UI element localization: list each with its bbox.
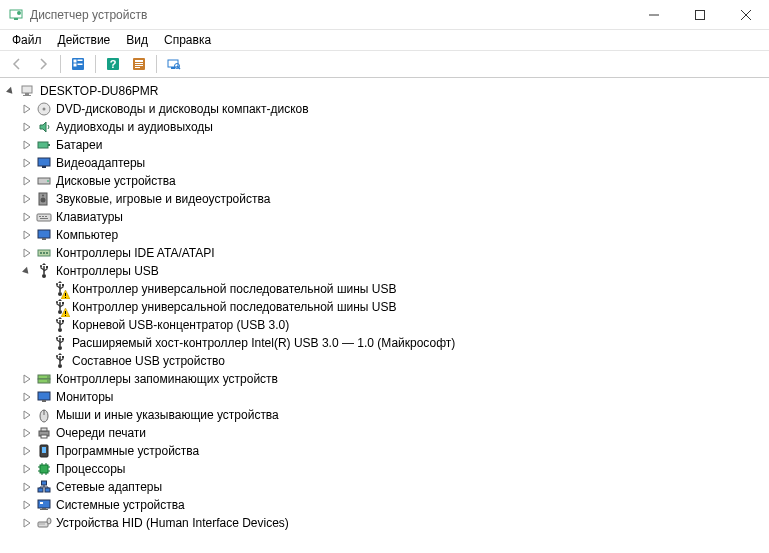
- tree-category-label: Аудиовходы и аудиовыходы: [56, 118, 213, 136]
- svg-rect-23: [25, 93, 29, 95]
- svg-rect-56: [65, 293, 66, 296]
- tree-category-label: Контроллеры IDE ATA/ATAPI: [56, 244, 215, 262]
- expand-icon[interactable]: [20, 228, 34, 242]
- monitor-icon: [36, 389, 52, 405]
- tree-category-label: Системные устройства: [56, 496, 185, 514]
- expand-icon[interactable]: [20, 390, 34, 404]
- monitor-icon: [36, 227, 52, 243]
- expand-icon[interactable]: [20, 480, 34, 494]
- expand-icon[interactable]: [20, 192, 34, 206]
- tree-category-disk[interactable]: Дисковые устройства: [2, 172, 767, 190]
- svg-rect-99: [38, 488, 43, 492]
- svg-rect-68: [62, 320, 64, 322]
- svg-rect-44: [40, 252, 42, 254]
- toolbar-separator: [95, 55, 96, 73]
- expand-icon[interactable]: [20, 174, 34, 188]
- expand-icon[interactable]: [20, 120, 34, 134]
- tree-category-keyboard[interactable]: Клавиатуры: [2, 208, 767, 226]
- expand-icon[interactable]: [20, 156, 34, 170]
- tree-category-label: Программные устройства: [56, 442, 199, 460]
- tree-device[interactable]: Составное USB устройство: [2, 352, 767, 370]
- tree-device[interactable]: Расширяемый хост-контроллер Intel(R) USB…: [2, 334, 767, 352]
- speaker-icon: [36, 191, 52, 207]
- usb-icon: [52, 281, 68, 297]
- expand-icon[interactable]: [20, 462, 34, 476]
- storage-icon: [36, 371, 52, 387]
- tree-category-dvd[interactable]: DVD-дисководы и дисководы компакт-дисков: [2, 100, 767, 118]
- tree-category-computer[interactable]: Компьютер: [2, 226, 767, 244]
- scan-hardware-button[interactable]: [163, 53, 185, 75]
- expand-icon[interactable]: [20, 138, 34, 152]
- svg-rect-10: [78, 60, 83, 62]
- close-button[interactable]: [723, 0, 769, 30]
- tree-category-video[interactable]: Видеоадаптеры: [2, 154, 767, 172]
- expand-icon[interactable]: [20, 246, 34, 260]
- svg-rect-50: [46, 266, 48, 268]
- expand-icon[interactable]: [20, 444, 34, 458]
- tree-category-hid[interactable]: Устройства HID (Human Interface Devices): [2, 514, 767, 532]
- menu-file[interactable]: Файл: [4, 31, 50, 49]
- svg-rect-90: [40, 465, 48, 473]
- tree-category-usb[interactable]: Контроллеры USB: [2, 262, 767, 280]
- usb-icon: [52, 299, 68, 315]
- tree-category-printq[interactable]: Очереди печати: [2, 424, 767, 442]
- expand-icon[interactable]: [20, 408, 34, 422]
- ide-icon: [36, 245, 52, 261]
- maximize-button[interactable]: [677, 0, 723, 30]
- expand-icon[interactable]: [20, 372, 34, 386]
- back-button: [6, 53, 28, 75]
- svg-rect-100: [45, 488, 50, 492]
- menubar: Файл Действие Вид Справка: [0, 30, 769, 50]
- tree-category-software[interactable]: Программные устройства: [2, 442, 767, 460]
- svg-rect-57: [65, 297, 66, 298]
- app-icon: [8, 7, 24, 23]
- svg-rect-64: [65, 315, 66, 316]
- expand-icon[interactable]: [20, 516, 34, 530]
- svg-point-69: [58, 346, 62, 350]
- tree-category-sound[interactable]: Звуковые, игровые и видеоустройства: [2, 190, 767, 208]
- usb-icon: [36, 263, 52, 279]
- display-icon: [36, 155, 52, 171]
- minimize-button[interactable]: [631, 0, 677, 30]
- tree-category-storage[interactable]: Контроллеры запоминающих устройств: [2, 370, 767, 388]
- show-hidden-button[interactable]: [67, 53, 89, 75]
- tree-category-system[interactable]: Системные устройства: [2, 496, 767, 514]
- tree-category-label: Батареи: [56, 136, 102, 154]
- tree-category-network[interactable]: Сетевые адаптеры: [2, 478, 767, 496]
- tree-category-label: Мыши и иные указывающие устройства: [56, 406, 279, 424]
- menu-action[interactable]: Действие: [50, 31, 119, 49]
- tree-category-battery[interactable]: Батареи: [2, 136, 767, 154]
- tree-device[interactable]: Контроллер универсальной последовательно…: [2, 280, 767, 298]
- svg-rect-17: [135, 65, 143, 66]
- svg-point-47: [42, 274, 46, 278]
- tree-device-label: Контроллер универсальной последовательно…: [72, 298, 396, 316]
- tree-device[interactable]: Контроллер универсальной последовательно…: [2, 298, 767, 316]
- help-button[interactable]: ?: [102, 53, 124, 75]
- tree-device[interactable]: Корневой USB-концентратор (USB 3.0): [2, 316, 767, 334]
- tree-category-cpu[interactable]: Процессоры: [2, 460, 767, 478]
- svg-rect-37: [39, 216, 41, 217]
- tree-category-monitors[interactable]: Мониторы: [2, 388, 767, 406]
- svg-point-35: [42, 195, 44, 197]
- tree-category-ide[interactable]: Контроллеры IDE ATA/ATAPI: [2, 244, 767, 262]
- collapse-icon[interactable]: [4, 84, 18, 98]
- expand-icon[interactable]: [20, 426, 34, 440]
- tree-category-audio[interactable]: Аудиовходы и аудиовыходы: [2, 118, 767, 136]
- tree-root[interactable]: DESKTOP-DU86PMR: [2, 82, 767, 100]
- expand-icon[interactable]: [20, 210, 34, 224]
- svg-rect-1: [14, 18, 18, 20]
- menu-help[interactable]: Справка: [156, 31, 219, 49]
- device-tree[interactable]: DESKTOP-DU86PMRDVD-дисководы и дисководы…: [0, 78, 769, 553]
- expand-icon[interactable]: [20, 102, 34, 116]
- svg-rect-15: [135, 60, 143, 62]
- tree-category-mouse[interactable]: Мыши и иные указывающие устройства: [2, 406, 767, 424]
- svg-rect-112: [40, 524, 41, 525]
- svg-rect-22: [22, 86, 32, 93]
- collapse-icon[interactable]: [20, 264, 34, 278]
- svg-rect-39: [45, 216, 47, 217]
- menu-view[interactable]: Вид: [118, 31, 156, 49]
- properties-button[interactable]: [128, 53, 150, 75]
- expand-icon[interactable]: [20, 498, 34, 512]
- svg-point-49: [40, 265, 42, 267]
- svg-point-80: [47, 380, 49, 382]
